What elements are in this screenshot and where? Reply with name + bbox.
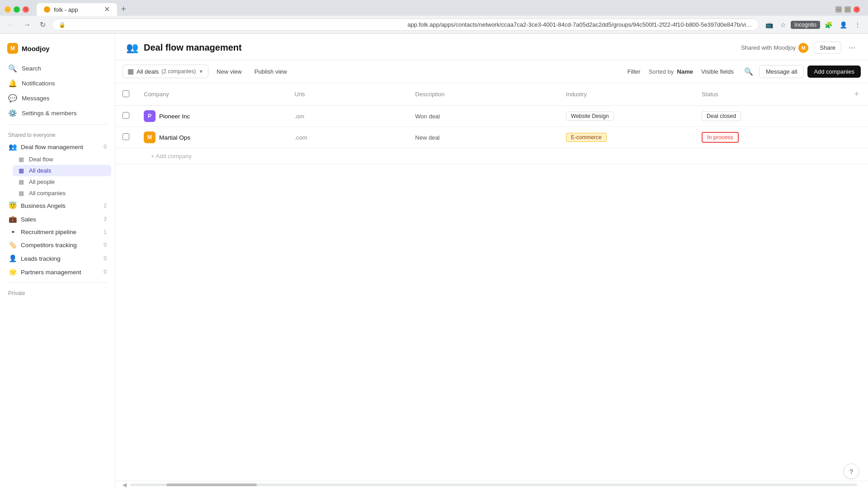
sidebar-item-settings[interactable]: ⚙️ Settings & members [4,106,111,121]
tab-favicon [44,6,50,13]
description-cell: Won deal [408,106,559,127]
brand-icon: M [7,43,18,54]
maximize-button[interactable]: □ [14,6,20,13]
industry-tag: Website Design [566,112,614,121]
th-company: Company [137,83,288,106]
cast-button[interactable]: 📺 [763,19,776,30]
row-checkbox[interactable] [123,133,129,140]
add-companies-button[interactable]: Add companies [807,66,861,78]
private-section-label: Private [0,286,115,298]
close-window-button[interactable]: ✕ [23,6,29,13]
new-tab-button[interactable]: + [118,3,130,16]
filter-button[interactable]: Filter [623,66,645,77]
business-angels-count: 2 [104,202,107,209]
sidebar-item-business-angels[interactable]: 😇 Business Angels 2 [4,199,111,212]
minimize-button[interactable]: – [5,6,11,13]
sidebar-sub-deal-flow[interactable]: ▦ Deal flow [13,154,111,165]
add-company-cell[interactable]: + Add company [137,148,868,164]
sidebar-sub-all-companies[interactable]: ▦ All companies [13,188,111,199]
shared-avatar: M [798,43,808,53]
horizontal-scrollbar[interactable]: ◀ [115,481,868,488]
tab-title: folk - app [54,6,78,13]
new-view-button[interactable]: New view [212,66,246,77]
leads-count: 0 [104,255,107,262]
address-bar[interactable]: 🔒 app.folk.app/apps/contacts/network/cca… [52,19,759,31]
competitors-count: 0 [104,242,107,248]
add-company-checkbox-cell [115,148,137,164]
browser-tab[interactable]: folk - app ✕ [36,3,118,16]
tab-close-button[interactable]: ✕ [104,6,110,13]
all-companies-icon: ▦ [17,190,25,197]
brand-name: Moodjoy [22,45,50,52]
th-status: Status [694,83,845,106]
scroll-left-arrow[interactable]: ◀ [123,482,127,488]
view-selector[interactable]: ▦ All deals (2 companies) ▼ [123,65,208,78]
browser-menu-button[interactable]: ⋮ [852,19,863,30]
sidebar-item-leads-tracking[interactable]: 👤 Leads tracking 0 [4,252,111,265]
sidebar-item-messages[interactable]: 💬 Messages [4,91,111,106]
win-restore[interactable]: □ [844,6,851,13]
win-close[interactable]: ✕ [854,6,860,13]
table-header-row: Company Urls Description Industry Status… [115,83,868,106]
refresh-button[interactable]: ↻ [37,19,48,31]
browser-chrome: – □ ✕ folk - app ✕ + — □ ✕ ← → ↻ 🔒 app.f… [0,0,868,34]
sidebar-item-deal-flow-management[interactable]: 👥 Deal flow management 0 [4,140,111,154]
publish-view-button[interactable]: Publish view [250,66,292,77]
sales-icon: 💼 [8,215,17,223]
bookmark-button[interactable]: ☆ [778,19,789,30]
more-options-button[interactable]: ··· [847,41,857,54]
extra-cell [845,127,868,148]
deals-table: Company Urls Description Industry Status… [115,83,868,164]
sidebar-sub-all-people[interactable]: ▦ All people [13,176,111,188]
sidebar-item-sales[interactable]: 💼 Sales 3 [4,212,111,226]
visible-fields-button[interactable]: Visible fields [697,66,738,77]
url-cell: .com [288,127,408,148]
share-button[interactable]: Share [814,42,841,54]
back-button[interactable]: ← [5,19,17,31]
add-company-label[interactable]: + Add company [144,148,199,164]
add-company-row[interactable]: + Add company [115,148,868,164]
sidebar-item-competitors-tracking[interactable]: 🏷️ Competitors tracking 0 [4,238,111,252]
th-checkbox [115,83,137,106]
sidebar-item-search[interactable]: 🔍 Search [4,61,111,76]
sidebar-item-notifications[interactable]: 🔔 Notifications [4,76,111,91]
forward-button[interactable]: → [21,19,33,31]
scrollbar-thumb[interactable] [166,483,257,486]
table-search-button[interactable]: 🔍 [742,65,755,78]
company-name: Pioneer Inc [159,113,190,120]
url-cell: .om [288,106,408,127]
select-all-checkbox[interactable] [123,90,129,97]
partners-icon: 🌟 [8,268,17,276]
status-tag: Deal closed [702,111,741,121]
extensions-button[interactable]: 🧩 [822,19,835,30]
th-urls: Urls [288,83,408,106]
view-count: (2 companies) [161,68,196,75]
row-checkbox[interactable] [123,112,129,119]
sidebar-sub-all-deals[interactable]: ▦ All deals [13,165,111,176]
deal-flow-icon: ▦ [17,156,25,163]
sidebar-item-recruitment-pipeline[interactable]: •• Recruitment pipeline 1 [4,226,111,238]
company-info: M Martial Ops [144,131,280,143]
company-avatar: M [144,131,156,143]
company-cell: P Pioneer Inc [137,106,288,127]
win-minimize[interactable]: — [835,6,842,13]
sidebar-item-partners-management[interactable]: 🌟 Partners management 0 [4,265,111,279]
description-cell: New deal [408,127,559,148]
message-all-button[interactable]: Message all [759,65,804,78]
all-deals-label: All deals [29,167,51,174]
private-divider [7,282,108,283]
sidebar-notifications-label: Notifications [22,80,55,87]
help-button[interactable]: ? [844,464,859,479]
url-text: app.folk.app/apps/contacts/network/ccaa7… [407,21,752,28]
table-row: P Pioneer Inc .om Won deal Website Desig… [115,106,868,127]
add-column-button[interactable]: + [852,88,861,101]
notifications-icon: 🔔 [8,79,17,88]
company-avatar: P [144,110,156,122]
shared-badge: Shared with Moodjoy M [741,43,808,53]
industry-cell: Website Design [559,106,694,127]
sales-count: 3 [104,216,107,222]
shared-section-label: Shared to everyone [0,128,115,140]
all-companies-label: All companies [29,190,66,197]
user-profile-button[interactable]: 👤 [837,19,850,30]
sidebar: M Moodjoy 🔍 Search 🔔 Notifications 💬 Mes… [0,34,115,488]
